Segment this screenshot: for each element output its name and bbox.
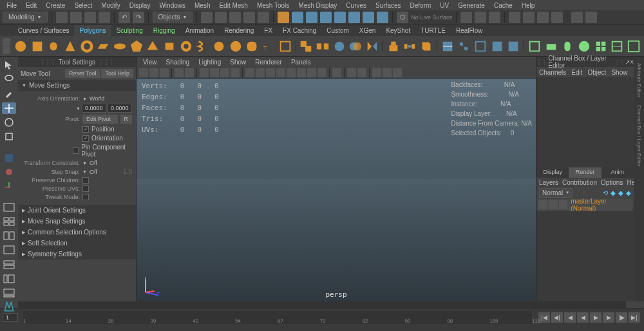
layer-vis-icon[interactable] [538, 200, 547, 209]
uv-planar-icon[interactable] [544, 37, 559, 55]
poly-prism-icon[interactable] [162, 37, 177, 55]
vp-shadows-icon[interactable] [287, 68, 296, 77]
layer-btn-icon[interactable]: ◆ [611, 189, 616, 196]
layer-icon[interactable] [549, 200, 558, 209]
bridge-icon[interactable] [402, 37, 418, 55]
vp-xray-icon[interactable] [347, 68, 356, 77]
poly-torus-icon[interactable] [79, 37, 95, 55]
objects-dropdown[interactable]: Objects▼ [153, 12, 193, 23]
play-back-button[interactable]: ◀ [577, 312, 589, 323]
menu-deform[interactable]: Deform [406, 1, 435, 10]
step-forward-button[interactable]: |▶ [616, 312, 627, 323]
connect-icon[interactable] [489, 37, 505, 55]
vp-resolution-gate-icon[interactable] [220, 68, 229, 77]
tb-icon[interactable] [84, 12, 96, 23]
symmetry-section[interactable]: Symmetry Settings [18, 249, 136, 260]
tab-render[interactable]: Render [569, 167, 601, 178]
poly-svg-icon[interactable] [278, 37, 293, 55]
vp-select-camera-icon[interactable] [139, 68, 148, 77]
menu-surfaces[interactable]: Surfaces [372, 1, 404, 10]
insert-edge-icon[interactable] [473, 37, 488, 55]
frame-start-input[interactable] [3, 313, 18, 322]
uv-editor-icon[interactable] [626, 37, 641, 55]
layer-btn-icon[interactable]: ◆ [626, 189, 631, 196]
contribution-menu[interactable]: Contribution [562, 179, 597, 186]
layout-three-icon[interactable] [2, 258, 16, 270]
show-manip-icon[interactable] [2, 180, 16, 192]
bevel-icon[interactable] [419, 37, 434, 55]
menu-create[interactable]: Create [42, 1, 69, 10]
layer-btn-icon[interactable]: ⟲ [603, 189, 608, 196]
poly-plane-icon[interactable] [95, 37, 111, 55]
layout-persp-icon[interactable] [2, 244, 16, 256]
uv-cylindrical-icon[interactable] [560, 37, 575, 55]
shelf-tab-fxcaching[interactable]: FX Caching [278, 25, 321, 36]
menu-display[interactable]: Display [126, 1, 155, 10]
poly-soccer-icon[interactable] [228, 37, 243, 55]
menu-generate[interactable]: Generate [454, 1, 489, 10]
axis-orientation-value[interactable]: World [90, 95, 132, 102]
tb-render-icon[interactable] [537, 12, 549, 23]
shelf-tab-sculpting[interactable]: Sculpting [111, 25, 148, 36]
play-forward-button[interactable]: ▶ [590, 312, 601, 323]
tb-snap-curve-icon[interactable] [215, 12, 227, 23]
layout-outliner-icon[interactable] [2, 273, 16, 285]
cb-menu-channels[interactable]: Channels [539, 69, 566, 76]
shelf-tab-rendering[interactable]: Rendering [219, 25, 259, 36]
go-end-button[interactable]: ▶| [629, 312, 640, 323]
multicut-icon[interactable] [440, 37, 455, 55]
step-back-button[interactable]: ◀| [551, 312, 563, 323]
poly-gear-icon[interactable] [211, 37, 227, 55]
tb-snap-point-icon[interactable] [229, 12, 241, 23]
vp-menu-shading[interactable]: Shading [162, 57, 194, 67]
tab-display[interactable]: Display [536, 167, 569, 178]
tb-snap-plane-icon[interactable] [243, 12, 255, 23]
move-tool-icon[interactable] [2, 102, 16, 114]
menu-curves[interactable]: Curves [342, 1, 370, 10]
tb-sel-icon[interactable] [278, 12, 289, 23]
vp-2d-pan-icon[interactable] [175, 68, 184, 77]
position-checkbox[interactable]: ✓ [82, 126, 89, 133]
vp-film-gate-icon[interactable] [210, 68, 219, 77]
quad-draw-icon[interactable] [506, 37, 521, 55]
uv-auto-icon[interactable] [593, 37, 609, 55]
uv-spherical-icon[interactable] [576, 37, 592, 55]
tb-construction-icon[interactable] [460, 12, 472, 23]
tb-sel-icon[interactable] [292, 12, 303, 23]
vp-lights-icon[interactable] [276, 68, 285, 77]
menu-edit-mesh[interactable]: Edit Mesh [215, 1, 251, 10]
vp-textured-icon[interactable] [266, 68, 275, 77]
vp-menu-panels[interactable]: Panels [287, 57, 315, 67]
last-tool-icon[interactable] [2, 152, 16, 164]
uv-icon[interactable] [527, 37, 542, 55]
poly-cylinder-icon[interactable] [46, 37, 61, 55]
menu-modify[interactable]: Modify [97, 1, 124, 10]
shelf-tab-polygons[interactable]: Polygons [74, 25, 111, 36]
poly-helix-icon[interactable] [195, 37, 211, 55]
step-snap-value[interactable]: Off [90, 169, 120, 175]
tb-render-icon[interactable] [523, 12, 535, 23]
combine-icon[interactable] [299, 37, 314, 55]
poly-superellipse-icon[interactable] [245, 37, 260, 55]
reset-pivot-button[interactable]: R [120, 115, 133, 124]
vp-menu-lighting[interactable]: Lighting [194, 57, 225, 67]
vp-motion-blur-icon[interactable] [307, 68, 316, 77]
command-line[interactable] [0, 326, 644, 331]
layer-btn-icon[interactable]: ◆ [618, 189, 623, 196]
shelf-tab-fx[interactable]: FX [259, 25, 278, 36]
undock-icon[interactable]: ↗ [625, 59, 630, 66]
layer-icon[interactable] [559, 200, 568, 209]
poly-pyramid-icon[interactable] [146, 37, 161, 55]
tab-anim[interactable]: Anim [601, 167, 634, 178]
tb-sel-icon[interactable] [363, 12, 374, 23]
tb-construction-icon[interactable] [475, 12, 486, 23]
poly-pipe-icon[interactable] [178, 37, 194, 55]
smooth-icon[interactable] [332, 37, 347, 55]
vp-menu-view[interactable]: View [139, 57, 161, 67]
cb-menu-edit[interactable]: Edit [571, 69, 582, 76]
tb-render-icon[interactable] [509, 12, 520, 23]
shelf-tab-realflow[interactable]: RealFlow [451, 25, 488, 36]
poly-cube-icon[interactable] [30, 37, 45, 55]
tb-panel-icon[interactable] [571, 12, 583, 23]
reset-tool-button[interactable]: Reset Tool [65, 69, 100, 78]
